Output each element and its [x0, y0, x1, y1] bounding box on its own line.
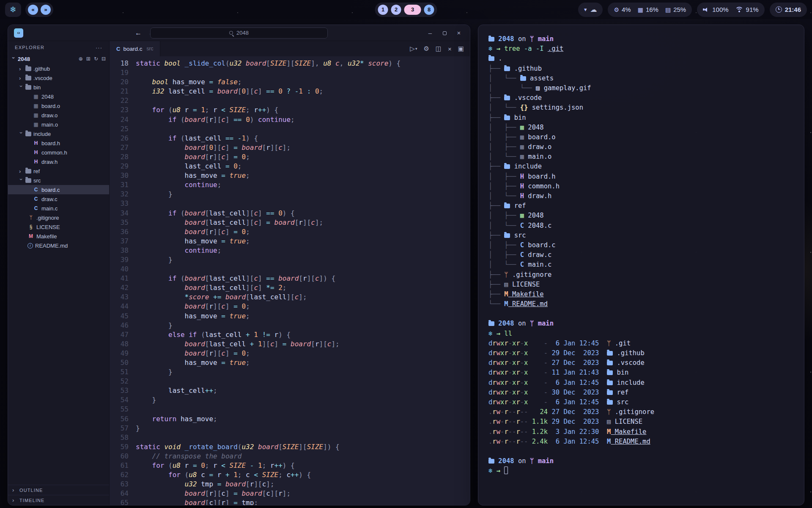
- terminal-window[interactable]: 2048 on ᛘ main❄ → tree -a -I .git .├── .…: [478, 25, 804, 505]
- line-number[interactable]: 46: [110, 321, 129, 330]
- explorer-item-bin[interactable]: ›bin: [8, 83, 109, 92]
- line-number[interactable]: 42: [110, 283, 129, 293]
- vscode-titlebar[interactable]: ‹› ← → 2048 – ×: [8, 25, 470, 41]
- code-line[interactable]: board[r][c] = 0;: [136, 349, 470, 358]
- code-line[interactable]: has_move = true;: [136, 312, 470, 321]
- layout-icon[interactable]: ▣: [458, 45, 464, 52]
- explorer-item-draw.h[interactable]: Hdraw.h: [8, 157, 109, 166]
- explorer-item-README.md[interactable]: iREADME.md: [8, 241, 109, 250]
- line-number[interactable]: 57: [110, 424, 129, 433]
- workspace-1[interactable]: 1: [378, 5, 388, 15]
- line-number[interactable]: 31: [110, 180, 129, 190]
- workspace-8[interactable]: 8: [424, 5, 434, 15]
- code-line[interactable]: board[r][c] = board[c][r];: [136, 489, 470, 498]
- code-line[interactable]: board[last_cell + 1][c] = board[r][c];: [136, 340, 470, 349]
- workspace-3[interactable]: 3: [404, 5, 421, 15]
- line-number[interactable]: 23: [110, 105, 129, 115]
- explorer-item-common.h[interactable]: Hcommon.h: [8, 148, 109, 157]
- code-line[interactable]: }: [136, 367, 470, 377]
- line-number[interactable]: 26: [110, 134, 129, 143]
- media-next-button[interactable]: »: [41, 5, 51, 15]
- line-number[interactable]: 20: [110, 77, 129, 87]
- line-number[interactable]: 40: [110, 265, 129, 274]
- code-line[interactable]: i32 last_cell = board[0][c] == 0 ? -1 : …: [136, 87, 470, 96]
- code-line[interactable]: }: [136, 424, 470, 433]
- line-number[interactable]: 60: [110, 452, 129, 461]
- code-line[interactable]: last_cell++;: [136, 386, 470, 395]
- line-number[interactable]: 49: [110, 349, 129, 358]
- run-button[interactable]: ▷▾: [410, 45, 417, 52]
- line-number[interactable]: 55: [110, 405, 129, 414]
- audio-network-module[interactable]: 100% 91%: [697, 3, 764, 17]
- code-line[interactable]: board[last_cell][c] = board[r][c];: [136, 218, 470, 227]
- code-line[interactable]: board[r][c] = 0;: [136, 227, 470, 237]
- explorer-item-board.c[interactable]: Cboard.c: [8, 185, 109, 194]
- line-number[interactable]: 64: [110, 489, 129, 498]
- code-line[interactable]: board[c][r] = tmp;: [136, 498, 470, 505]
- code-line[interactable]: bool has_move = false;: [136, 77, 470, 87]
- line-number[interactable]: 38: [110, 246, 129, 255]
- line-number[interactable]: 53: [110, 386, 129, 395]
- code-line[interactable]: *score += board[last_cell][c];: [136, 293, 470, 302]
- code-line[interactable]: has_move = true;: [136, 358, 470, 367]
- line-number[interactable]: 51: [110, 367, 129, 377]
- line-number[interactable]: 41: [110, 274, 129, 283]
- line-number[interactable]: 61: [110, 461, 129, 470]
- explorer-item-draw.c[interactable]: Cdraw.c: [8, 194, 109, 204]
- explorer-item-board.h[interactable]: Hboard.h: [8, 138, 109, 148]
- settings-gear-icon[interactable]: ⚙: [423, 45, 429, 52]
- explorer-item-.github[interactable]: ›.github: [8, 64, 109, 73]
- explorer-item-src[interactable]: ›src: [8, 176, 109, 185]
- outline-panel[interactable]: ›OUTLINE: [8, 485, 109, 495]
- line-number[interactable]: 62: [110, 470, 129, 480]
- system-stats-module[interactable]: ⚙4% ▦16% ▤25%: [608, 3, 692, 17]
- code-line[interactable]: [136, 433, 470, 442]
- explorer-item-include[interactable]: ›include: [8, 129, 109, 138]
- line-number[interactable]: 30: [110, 171, 129, 180]
- tab-board-c[interactable]: C board.c src: [110, 41, 160, 56]
- code-line[interactable]: [136, 68, 470, 77]
- timeline-panel[interactable]: ›TIMELINE: [8, 495, 109, 505]
- code-line[interactable]: if (last_cell == -1) {: [136, 134, 470, 143]
- line-number[interactable]: 36: [110, 227, 129, 237]
- code-line[interactable]: return has_move;: [136, 414, 470, 424]
- code-line[interactable]: if (board[last_cell][c] == board[r][c]) …: [136, 274, 470, 283]
- line-number[interactable]: 65: [110, 498, 129, 505]
- line-number[interactable]: 54: [110, 395, 129, 405]
- code-line[interactable]: continue;: [136, 246, 470, 255]
- line-number[interactable]: 59: [110, 442, 129, 452]
- media-prev-button[interactable]: «: [28, 5, 38, 15]
- line-number[interactable]: 27: [110, 143, 129, 152]
- clock-module[interactable]: 21:46: [770, 3, 807, 17]
- minimize-button[interactable]: –: [423, 27, 437, 39]
- code-line[interactable]: for (u8 r = 0; r < SIZE - 1; r++) {: [136, 461, 470, 470]
- explorer-item-2048[interactable]: ▦2048: [8, 92, 109, 101]
- explorer-item-.vscode[interactable]: ›.vscode: [8, 73, 109, 83]
- line-number[interactable]: 47: [110, 330, 129, 340]
- line-number[interactable]: 56: [110, 414, 129, 424]
- workspace-2[interactable]: 2: [391, 5, 401, 15]
- code-line[interactable]: board[r][c] = 0;: [136, 152, 470, 162]
- explorer-item-LICENSE[interactable]: §LICENSE: [8, 222, 109, 232]
- nav-back-button[interactable]: ←: [135, 29, 142, 37]
- line-number[interactable]: 32: [110, 190, 129, 199]
- code-line[interactable]: [136, 405, 470, 414]
- line-number[interactable]: 21: [110, 87, 129, 96]
- explorer-item-Makefile[interactable]: MMakefile: [8, 232, 109, 241]
- code-line[interactable]: static bool _slide_col(u32 board[SIZE][S…: [136, 59, 470, 68]
- line-number[interactable]: 28: [110, 152, 129, 162]
- explorer-item-.gitignore[interactable]: ᛘ.gitignore: [8, 213, 109, 222]
- code-line[interactable]: [136, 377, 470, 386]
- code-line[interactable]: board[0][c] = board[r][c];: [136, 143, 470, 152]
- project-root-row[interactable]: › 2048 ⊕ ⊞ ↻ ⊟: [8, 54, 109, 64]
- refresh-icon[interactable]: ↻: [94, 56, 98, 62]
- line-number[interactable]: 33: [110, 199, 129, 208]
- explorer-item-draw.o[interactable]: ▦draw.o: [8, 110, 109, 120]
- code-line[interactable]: if (board[last_cell][c] == 0) {: [136, 209, 470, 218]
- explorer-item-main.c[interactable]: Cmain.c: [8, 204, 109, 213]
- code-line[interactable]: board[r][c] = 0;: [136, 302, 470, 311]
- line-number[interactable]: 50: [110, 358, 129, 367]
- code-line[interactable]: }: [136, 190, 470, 199]
- code-line[interactable]: else if (last_cell + 1 != r) {: [136, 330, 470, 340]
- collapse-all-icon[interactable]: ⊟: [102, 56, 106, 62]
